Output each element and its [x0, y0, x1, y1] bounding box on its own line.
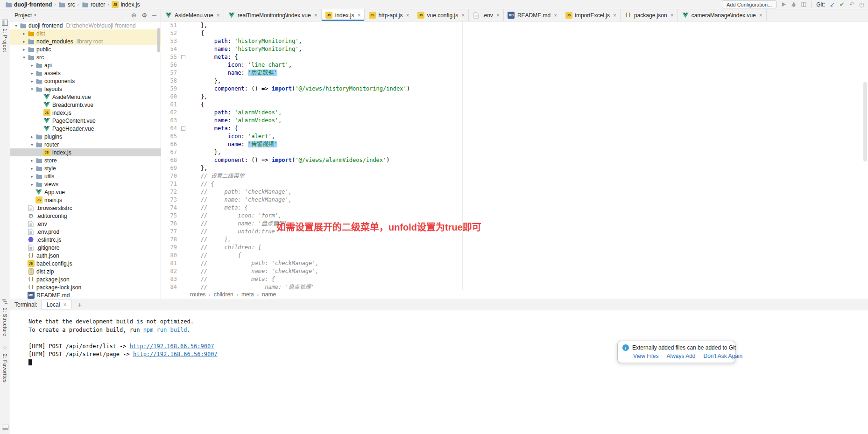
tree-item[interactable]: PageHeader.vue: [10, 125, 161, 133]
editor-breadcrumb-item[interactable]: children: [214, 291, 233, 298]
chevron-right-icon[interactable]: ▸: [29, 63, 35, 68]
chevron-right-icon[interactable]: ▸: [29, 79, 35, 84]
tree-item[interactable]: JSindex.js: [10, 148, 161, 156]
close-icon[interactable]: ×: [496, 12, 500, 19]
line-number[interactable]: 61: [161, 101, 179, 109]
chevron-right-icon[interactable]: ▸: [21, 31, 27, 36]
close-icon[interactable]: ×: [554, 12, 557, 19]
line-number[interactable]: 74: [161, 204, 179, 212]
editor-tab[interactable]: { }package.json×: [621, 9, 678, 21]
tool-button-favorites[interactable]: ☆ 2: Favorites: [0, 343, 10, 384]
tree-item[interactable]: ▸assets: [10, 69, 161, 77]
locate-file-icon[interactable]: ⊕: [131, 12, 136, 19]
tree-item[interactable]: MDREADME.md: [10, 291, 161, 299]
tree-item[interactable]: ▾layouts: [10, 85, 161, 93]
terminal-link[interactable]: http://192.168.66.56:9007: [133, 351, 218, 357]
line-number[interactable]: 82: [161, 267, 179, 275]
tree-item[interactable]: ▸plugins: [10, 133, 161, 140]
close-icon[interactable]: ×: [357, 12, 360, 19]
tool-button-project[interactable]: 1: Project: [0, 18, 10, 53]
tree-item[interactable]: { }auth.json: [10, 252, 161, 259]
tree-item[interactable]: ▸components: [10, 77, 161, 85]
tree-item[interactable]: ⚙.editorconfig: [10, 212, 161, 220]
chevron-down-icon[interactable]: ▾: [13, 23, 19, 28]
code-editor[interactable]: 51 },52 {53 path: 'historyMonitoring',54…: [161, 21, 868, 290]
line-number[interactable]: 72: [161, 188, 179, 196]
git-commit-icon[interactable]: ✔: [840, 1, 845, 7]
editor-breadcrumb-item[interactable]: name: [262, 291, 276, 298]
line-number[interactable]: 51: [161, 21, 179, 29]
line-number[interactable]: 71: [161, 180, 179, 188]
line-number[interactable]: 79: [161, 244, 179, 252]
tree-item[interactable]: ▸store: [10, 156, 161, 164]
chevron-down-icon[interactable]: ▾: [29, 142, 35, 147]
tree-item[interactable]: .gitignore: [10, 244, 161, 252]
tool-window-switcher-icon[interactable]: [2, 425, 8, 432]
close-icon[interactable]: ×: [759, 12, 762, 19]
breadcrumb-item[interactable]: JSindex.js: [111, 1, 141, 8]
editor-tab[interactable]: .env×: [469, 9, 504, 21]
line-number[interactable]: 77: [161, 228, 179, 236]
tree-item[interactable]: JSbabel.config.js: [10, 259, 161, 267]
line-number[interactable]: 52: [161, 29, 179, 37]
tree-item[interactable]: ▸dist: [10, 29, 161, 37]
line-number[interactable]: 67: [161, 148, 179, 156]
chevron-right-icon[interactable]: ▸: [21, 47, 27, 52]
close-icon[interactable]: ×: [613, 12, 616, 19]
chevron-down-icon[interactable]: ▾: [29, 87, 35, 91]
tree-item[interactable]: .eslintrc.js: [10, 236, 161, 244]
editor-tab[interactable]: JSimportExcel.js×: [561, 9, 621, 21]
add-configuration-button[interactable]: Add Configuration...: [722, 0, 776, 8]
tree-item[interactable]: dist.zip: [10, 267, 161, 275]
project-view-selector[interactable]: Project ▾: [14, 12, 36, 19]
line-number[interactable]: 57: [161, 69, 179, 77]
tool-button-structure[interactable]: 1: Structure: [0, 297, 10, 337]
tree-item[interactable]: PageContent.vue: [10, 117, 161, 125]
line-number[interactable]: 78: [161, 236, 179, 244]
editor-tab[interactable]: JShttp-api.js×: [365, 9, 413, 21]
close-icon[interactable]: ×: [217, 12, 220, 19]
line-number[interactable]: 73: [161, 196, 179, 204]
line-number[interactable]: 84: [161, 283, 179, 290]
tree-item[interactable]: ▸api: [10, 61, 161, 69]
history-icon[interactable]: ◷: [859, 1, 864, 7]
tree-item[interactable]: Breadcrumb.vue: [10, 101, 161, 109]
debug-icon[interactable]: [791, 2, 797, 7]
line-number[interactable]: 68: [161, 156, 179, 164]
chevron-right-icon[interactable]: ▸: [29, 134, 35, 139]
close-icon[interactable]: ×: [670, 12, 674, 19]
project-scrollbar-thumb[interactable]: [157, 28, 160, 52]
chevron-right-icon[interactable]: ▸: [29, 174, 35, 179]
close-icon[interactable]: ×: [63, 301, 66, 308]
line-number[interactable]: 65: [161, 133, 179, 140]
tree-item[interactable]: { }package.json: [10, 275, 161, 283]
tree-item[interactable]: ▸public: [10, 45, 161, 53]
line-number[interactable]: 58: [161, 77, 179, 85]
line-number[interactable]: 75: [161, 212, 179, 220]
tree-item[interactable]: JSmain.js: [10, 196, 161, 204]
tree-item[interactable]: App.vue: [10, 188, 161, 196]
line-number[interactable]: 64: [161, 125, 179, 133]
tree-item[interactable]: ▾src: [10, 53, 161, 61]
line-number[interactable]: 55: [161, 53, 179, 61]
chevron-right-icon[interactable]: ▸: [29, 166, 35, 171]
editor-tab[interactable]: AsideMenu.vue×: [161, 9, 224, 21]
line-number[interactable]: 53: [161, 37, 179, 45]
tree-item[interactable]: .env.prod: [10, 228, 161, 236]
editor-tab[interactable]: JSindex.js×: [322, 9, 365, 21]
line-number[interactable]: 80: [161, 252, 179, 259]
tree-item[interactable]: JSindex.js: [10, 109, 161, 117]
close-icon[interactable]: ×: [461, 12, 465, 19]
terminal-tab-local[interactable]: Local ×: [42, 300, 72, 309]
line-number[interactable]: 69: [161, 164, 179, 172]
always-add-link[interactable]: Always Add: [666, 353, 695, 359]
line-number[interactable]: 54: [161, 45, 179, 53]
git-revert-icon[interactable]: ↶: [849, 1, 854, 7]
editor-tab[interactable]: realTimeMonitoring\index.vue×: [224, 9, 322, 21]
line-number[interactable]: 81: [161, 259, 179, 267]
line-number[interactable]: 59: [161, 85, 179, 93]
dont-ask-again-link[interactable]: Don't Ask Again: [704, 353, 743, 359]
tree-item[interactable]: AsideMenu.vue: [10, 93, 161, 101]
line-number[interactable]: 63: [161, 117, 179, 125]
line-number[interactable]: 70: [161, 172, 179, 180]
